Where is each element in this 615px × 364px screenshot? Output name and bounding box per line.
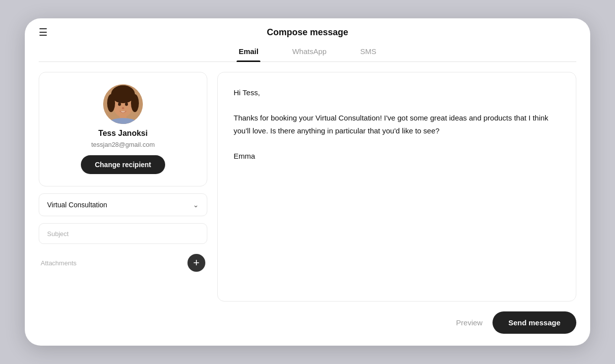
page-title: Compose message xyxy=(267,27,348,38)
recipient-email: tessjan28@gmail.com xyxy=(91,141,155,148)
add-attachment-button[interactable]: + xyxy=(187,254,205,272)
message-greeting: Hi Tess, xyxy=(234,86,560,99)
header: ☰ Compose message xyxy=(25,18,590,42)
tab-email[interactable]: Email xyxy=(237,42,260,61)
footer: Preview Send message xyxy=(25,311,590,346)
svg-point-8 xyxy=(122,107,124,109)
avatar xyxy=(103,84,143,124)
left-panel: Tess Janoksi tessjan28@gmail.com Change … xyxy=(39,72,207,302)
subject-field: Subject xyxy=(39,223,207,244)
svg-point-7 xyxy=(125,103,128,106)
message-preview-panel: Hi Tess, Thanks for booking your Virtual… xyxy=(217,72,576,302)
tabs-bar: Email WhatsApp SMS xyxy=(39,42,576,62)
subject-input[interactable] xyxy=(79,230,199,238)
svg-point-6 xyxy=(118,103,121,106)
recipient-card: Tess Janoksi tessjan28@gmail.com Change … xyxy=(39,72,207,186)
consultation-type-dropdown[interactable]: Virtual Consultation ⌄ xyxy=(39,193,207,216)
send-message-button[interactable]: Send message xyxy=(492,311,576,334)
subject-label: Subject xyxy=(47,230,73,238)
message-signoff: Emma xyxy=(234,150,560,163)
compose-message-modal: ☰ Compose message Email WhatsApp SMS xyxy=(25,18,590,346)
preview-button[interactable]: Preview xyxy=(456,318,483,327)
main-content: Tess Janoksi tessjan28@gmail.com Change … xyxy=(25,62,590,311)
tab-whatsapp[interactable]: WhatsApp xyxy=(290,42,328,61)
dropdown-value: Virtual Consultation xyxy=(47,201,107,209)
message-body: Thanks for booking your Virtual Consulta… xyxy=(234,112,560,137)
message-content: Hi Tess, Thanks for booking your Virtual… xyxy=(234,86,560,162)
chevron-down-icon: ⌄ xyxy=(193,201,199,209)
attachments-row: Attachments + xyxy=(39,251,207,275)
change-recipient-button[interactable]: Change recipient xyxy=(81,155,165,174)
menu-icon[interactable]: ☰ xyxy=(39,27,48,37)
svg-point-4 xyxy=(107,94,115,112)
attachments-label: Attachments xyxy=(41,259,76,267)
recipient-name: Tess Janoksi xyxy=(98,129,147,138)
tab-sms[interactable]: SMS xyxy=(358,42,378,61)
svg-point-5 xyxy=(131,94,139,112)
